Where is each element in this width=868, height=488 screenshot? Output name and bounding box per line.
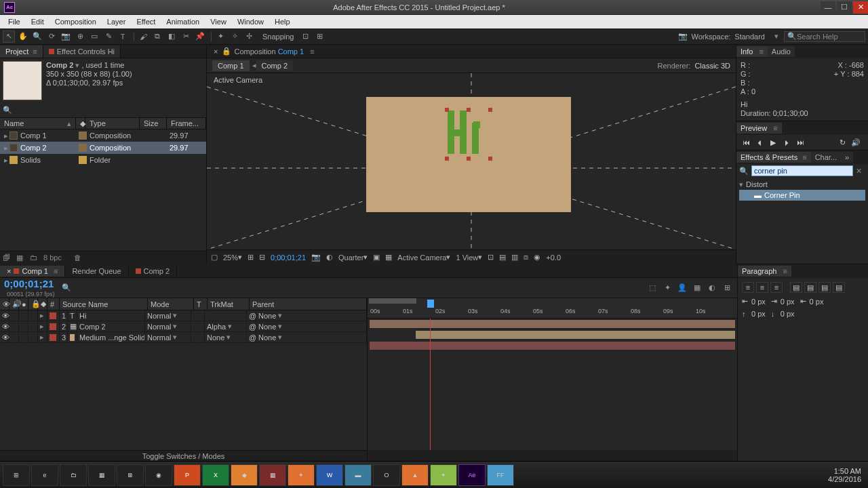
eye-icon[interactable]: 👁 [2,323,9,331]
col-type[interactable]: Type [85,118,140,129]
snapshot-icon[interactable]: 📷 [311,253,321,262]
window-close-button[interactable]: ✕ [853,1,868,14]
tab-project[interactable]: Project≡ [0,45,43,58]
justify-right-button[interactable]: ▤ [818,282,831,293]
comp-mini-flowchart-icon[interactable]: ⬚ [646,283,658,293]
zoom-tool[interactable]: 🔍 [31,30,43,43]
justify-left-button[interactable]: ▤ [790,282,802,293]
menu-help[interactable]: Help [269,16,296,27]
transparency-grid-icon[interactable]: ▦ [385,253,392,262]
magnification-dropdown[interactable]: 25% ▾ [223,253,242,262]
eye-icon[interactable]: 👁 [2,312,9,320]
breadcrumb-comp1[interactable]: Comp 1 [212,60,250,71]
brush-tool[interactable]: 🖌 [137,30,149,43]
pen-tool[interactable]: ✎ [102,30,115,43]
space-before-value[interactable]: 0 px [751,310,766,318]
timeline-tab-comp2[interactable]: Comp 2 [129,266,178,277]
project-search[interactable]: 🔍 [0,103,206,117]
col-parent[interactable]: Parent [250,298,367,310]
timeline-tracks[interactable] [368,319,737,450]
next-frame-button[interactable]: ⏵ [781,138,792,147]
loop-button[interactable]: ↻ [837,138,848,147]
taskbar-app6-icon[interactable]: FF [487,464,514,486]
menu-window[interactable]: Window [232,16,269,27]
menu-layer[interactable]: Layer [102,16,132,27]
rotation-tool[interactable]: ⟳ [45,30,58,43]
world-axis-icon[interactable]: ✧ [229,30,241,43]
col-name[interactable]: Name▴ [0,118,76,129]
time-ruler[interactable]: 00s 01s 02s 03s 04s 05s 06s 07s 08s 09s … [368,298,737,319]
justify-center-button[interactable]: ▤ [804,282,816,293]
always-preview-icon[interactable]: ▢ [211,253,218,262]
bpc-button[interactable]: 8 bpc [43,253,62,263]
taskbar-excel-icon[interactable]: X [202,464,229,486]
comp-thumbnail[interactable] [3,61,42,100]
interpret-footage-icon[interactable]: 🗐 [3,253,12,263]
pickwhip-icon[interactable]: @ [249,312,256,320]
type-tool[interactable]: T [117,30,129,43]
layer-hi[interactable] [448,110,490,158]
align-right-button[interactable]: ≡ [770,282,783,293]
timeline-layer-row[interactable]: 👁 ▸ 2 ▦ Comp 2 Normal▾ Alpha▾ @ None▾ [0,321,367,332]
timecode-display[interactable]: 0;00;01;21 [271,253,306,262]
motion-blur-icon[interactable]: ◐ [706,283,718,293]
tab-effects-presets[interactable]: Effects & Presets ≡ [736,152,811,163]
show-channel-icon[interactable]: ◐ [326,253,333,262]
frame-blend-icon[interactable]: ▦ [691,283,703,293]
taskbar-app4-icon[interactable]: ▬ [344,464,372,486]
indent-left-value[interactable]: 0 px [751,298,766,306]
col-size[interactable]: Size [140,118,167,129]
taskbar-blender-icon[interactable]: ✦ [288,464,315,486]
col-solo-icon[interactable]: ● [19,298,28,310]
taskbar-chrome-icon[interactable]: ◉ [145,464,172,486]
camera-dropdown[interactable]: Active Camera ▾ [397,253,450,262]
pickwhip-icon[interactable]: @ [249,323,256,331]
eraser-tool[interactable]: ◧ [165,30,178,43]
menu-view[interactable]: View [205,16,232,27]
align-left-button[interactable]: ≡ [742,282,754,293]
current-time-display[interactable]: 0;00;01;21 [4,278,55,289]
hide-shy-icon[interactable]: 👤 [676,283,688,293]
taskbar-opera-icon[interactable]: O [373,464,400,486]
renderer-value[interactable]: Classic 3D [694,62,730,70]
timeline-tab-render-queue[interactable]: Render Queue [65,266,128,277]
comp-panel-tab[interactable]: Composition Comp 1 ≡ [230,46,318,57]
menu-file[interactable]: File [3,16,26,27]
taskbar-ae-icon[interactable]: Ae [458,464,486,486]
search-help-input[interactable]: 🔍 Search Help [784,31,865,42]
tab-preview[interactable]: Preview ≡ [736,123,782,134]
last-frame-button[interactable]: ⏭ [795,138,806,147]
taskbar-explorer-icon[interactable]: 🗀 [60,464,87,486]
clear-search-icon[interactable]: ✕ [856,167,865,176]
menu-composition[interactable]: Composition [50,16,102,27]
col-trkmat[interactable]: TrkMat [208,298,250,310]
roto-tool[interactable]: ✂ [180,30,192,43]
col-frame[interactable]: Frame... [167,118,206,129]
new-folder-icon[interactable]: 🗀 [30,253,39,263]
snap-option2-icon[interactable]: ⊞ [314,30,326,43]
pixel-aspect-icon[interactable]: ⊡ [488,253,494,262]
window-maximize-button[interactable]: ☐ [837,1,852,14]
justify-all-button[interactable]: ▤ [833,282,845,293]
start-button[interactable]: ⊞ [3,464,30,486]
timeline-icon[interactable]: ▥ [511,253,518,262]
eye-icon[interactable]: 👁 [2,333,9,342]
project-row[interactable]: ▸ Comp 1 Composition 29.97 [0,129,206,142]
effects-search-input[interactable] [751,165,853,176]
snap-option-icon[interactable]: ⊡ [300,30,312,43]
taskbar-app2-icon[interactable]: ◆ [231,464,258,486]
effect-item-corner-pin[interactable]: ▬ Corner Pin [739,190,865,201]
graph-editor-icon[interactable]: ⊞ [721,283,733,293]
taskbar-ppt-icon[interactable]: P [174,464,201,486]
search-icon[interactable]: 📷 [677,30,689,43]
comp-panel-close-icon[interactable]: × [210,46,222,57]
snapping-label[interactable]: Snapping [262,33,294,41]
current-time-indicator[interactable] [430,319,431,450]
effects-group-row[interactable]: ▾Distort [739,179,865,190]
tab-paragraph[interactable]: Paragraph ≡ [738,266,791,277]
pickwhip-icon[interactable]: @ [249,333,256,342]
fast-draft-icon[interactable]: ▤ [499,253,506,262]
col-t[interactable]: T [194,298,208,310]
search-timeline-icon[interactable]: 🔍 [62,283,71,292]
tab-effect-controls[interactable]: Effect Controls Hi [43,45,121,58]
